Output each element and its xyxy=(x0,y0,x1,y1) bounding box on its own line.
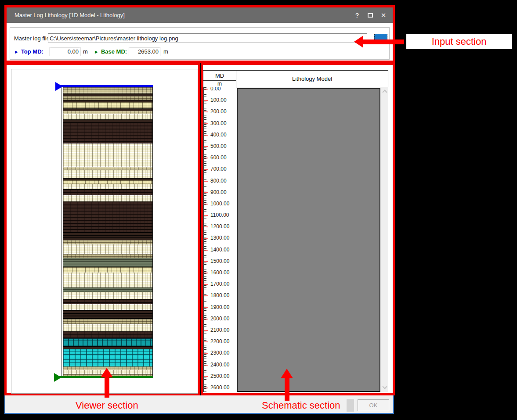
ruler-major-tick xyxy=(204,388,208,388)
ruler-major-tick xyxy=(204,146,208,147)
title-bar: Master Log Lithology [1D Model - Litholo… xyxy=(7,7,393,23)
ruler-tick-label: 400.00 xyxy=(210,132,227,138)
footer-grip xyxy=(347,399,354,412)
lithology-model-header: Lithology Model xyxy=(236,70,388,87)
ruler-tick-label: 2400.00 xyxy=(210,362,229,368)
ruler-tick-label: 800.00 xyxy=(210,178,227,184)
top-md-unit: m xyxy=(83,48,88,55)
ruler-major-tick xyxy=(204,89,208,90)
litho-band xyxy=(63,195,152,201)
ruler-major-tick xyxy=(204,123,208,124)
litho-band xyxy=(63,119,152,122)
litho-band xyxy=(63,167,152,170)
ruler-major-tick xyxy=(204,365,208,366)
litho-band xyxy=(63,310,152,319)
schematic-section-annotation: Schematic section xyxy=(262,400,340,411)
top-md-label: ►Top MD: xyxy=(14,48,43,55)
litho-band xyxy=(63,304,152,310)
litho-band xyxy=(63,111,152,114)
lithology-model-canvas[interactable] xyxy=(237,88,380,392)
litho-band xyxy=(63,189,152,195)
ruler-major-tick xyxy=(204,376,208,377)
ruler-tick-label: 500.00 xyxy=(210,143,227,149)
input-section-annotation: Input section xyxy=(406,34,512,49)
litho-band xyxy=(63,267,152,273)
base-md-input[interactable] xyxy=(129,47,160,56)
window-title: Master Log Lithology [1D Model - Litholo… xyxy=(7,12,125,18)
ruler-minor-ticks xyxy=(204,87,206,392)
master-log-file-input[interactable] xyxy=(48,33,367,43)
top-md-line xyxy=(58,85,153,87)
ruler-tick-label: 1500.00 xyxy=(210,258,229,264)
master-log-file-label: Master log file: xyxy=(14,35,51,42)
top-md-marker-icon: ► xyxy=(14,49,19,54)
ruler-tick-label: 2100.00 xyxy=(210,327,229,333)
ruler-tick-label: 1900.00 xyxy=(210,304,229,310)
ruler-major-tick xyxy=(204,273,208,273)
titlebar-buttons: ? ✕ xyxy=(351,9,390,21)
ruler-tick-label: 1200.00 xyxy=(210,223,229,230)
ok-button[interactable]: OK xyxy=(358,399,389,411)
schematic-annotation-arrow xyxy=(285,378,289,401)
screenshot-stage: Master Log Lithology [1D Model - Litholo… xyxy=(0,0,517,420)
ruler-tick-label: 100.00 xyxy=(210,97,227,103)
ruler-major-tick xyxy=(204,353,208,354)
base-md-unit: m xyxy=(163,48,168,55)
maximize-button[interactable] xyxy=(364,9,377,21)
ruler-tick-label: 1400.00 xyxy=(210,247,229,253)
viewer-annotation-arrowhead-icon xyxy=(101,368,113,377)
top-md-handle-icon[interactable] xyxy=(55,82,63,91)
md-column-header: MD m xyxy=(203,70,236,87)
ruler-tick-label: 300.00 xyxy=(210,120,227,126)
ruler-major-tick xyxy=(204,319,208,319)
ruler-major-tick xyxy=(204,250,208,251)
maximize-icon xyxy=(368,13,373,18)
help-button[interactable]: ? xyxy=(351,9,364,21)
model-scrollbar[interactable] xyxy=(381,87,388,392)
litho-band xyxy=(63,299,152,304)
help-icon: ? xyxy=(355,12,359,19)
ruler-major-tick xyxy=(204,330,208,331)
litho-left-guide-line xyxy=(61,86,62,377)
ruler-major-tick xyxy=(204,238,208,239)
ruler-major-tick xyxy=(204,181,208,182)
ruler-major-tick xyxy=(204,111,208,112)
ruler-tick-label: 1800.00 xyxy=(210,292,229,298)
close-button[interactable]: ✕ xyxy=(377,9,390,21)
litho-band xyxy=(63,232,152,240)
litho-band xyxy=(63,240,152,244)
md-header-unit: m xyxy=(203,81,236,87)
scroll-up-icon[interactable] xyxy=(382,90,387,94)
close-icon: ✕ xyxy=(381,11,387,19)
litho-band xyxy=(63,144,152,167)
ruler-major-tick xyxy=(204,295,208,296)
ruler-major-tick xyxy=(204,135,208,136)
litho-band xyxy=(63,184,152,189)
litho-band xyxy=(63,254,152,258)
ruler-tick-label: 700.00 xyxy=(210,166,227,172)
ruler-major-tick xyxy=(204,226,208,227)
ruler-major-tick xyxy=(204,215,208,216)
litho-band xyxy=(63,96,152,100)
litho-band xyxy=(63,331,152,338)
litho-band xyxy=(63,180,152,184)
ruler-tick-label: 1700.00 xyxy=(210,281,229,287)
base-md-handle-icon[interactable] xyxy=(54,373,61,382)
scroll-down-icon[interactable] xyxy=(382,384,387,389)
ruler-tick-label: 2200.00 xyxy=(210,338,229,345)
litho-band xyxy=(63,338,152,346)
ruler-tick-label: 600.00 xyxy=(210,154,227,161)
top-md-input[interactable] xyxy=(50,47,80,56)
md-ruler: 0.00100.00200.00300.00400.00500.00600.00… xyxy=(203,87,236,392)
ruler-tick-label: 1100.00 xyxy=(210,212,229,218)
litho-band xyxy=(63,349,152,366)
ruler-major-tick xyxy=(204,284,208,285)
litho-band xyxy=(63,102,152,108)
litho-band xyxy=(63,324,152,331)
base-md-marker-icon: ► xyxy=(94,49,99,54)
base-md-label: ►Base MD: xyxy=(94,48,127,55)
ruler-major-tick xyxy=(204,100,208,101)
master-log-image[interactable] xyxy=(63,87,153,378)
ruler-tick-label: 1300.00 xyxy=(210,235,229,241)
md-header-title: MD xyxy=(203,71,236,81)
